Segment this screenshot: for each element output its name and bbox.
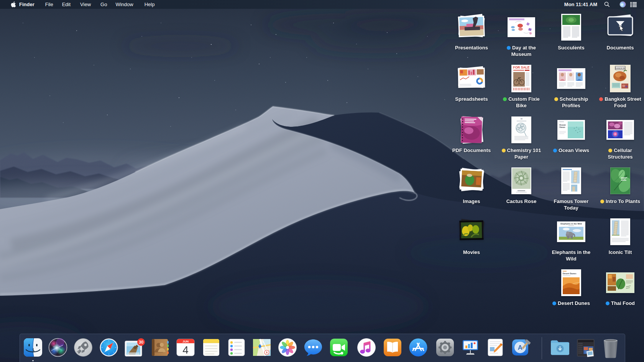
svg-text:JUN: JUN	[182, 340, 189, 343]
svg-text:30: 30	[139, 340, 143, 344]
svg-text:Desert Dunes: Desert Dunes	[563, 272, 576, 275]
svg-text:FOR SALE: FOR SALE	[513, 66, 530, 69]
svg-text:BANGKOK: BANGKOK	[615, 67, 625, 69]
svg-text:Views: Views	[559, 126, 565, 128]
svg-text:4: 4	[182, 344, 189, 356]
svg-text:A: A	[518, 344, 522, 351]
svg-text:Elephants in the Wild: Elephants in the Wild	[560, 223, 582, 225]
